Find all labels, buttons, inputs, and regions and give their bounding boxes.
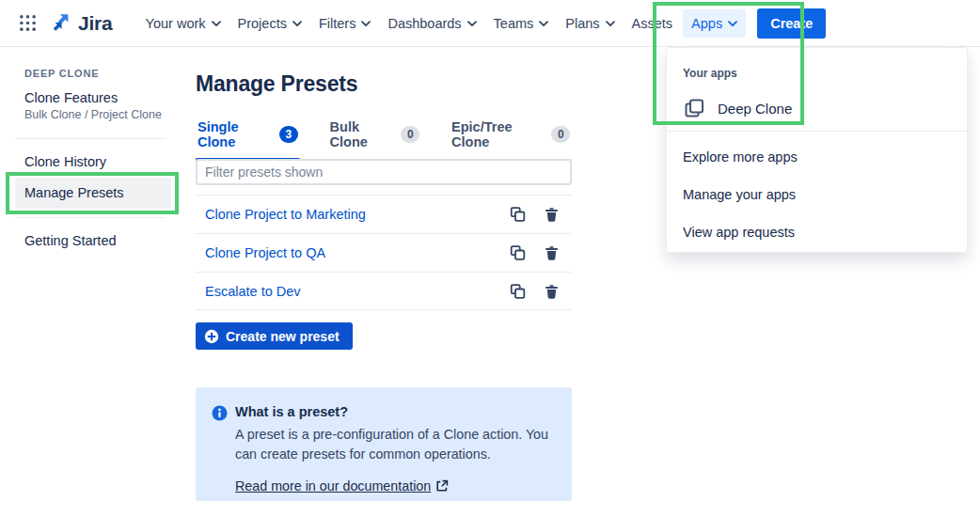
documentation-link[interactable]: Read more in our documentation (235, 478, 449, 494)
create-new-preset-button[interactable]: Create new preset (196, 322, 353, 350)
sidebar-item-label: Clone Features (24, 90, 162, 105)
filter-presets-input[interactable] (196, 159, 572, 185)
tab-count-badge: 0 (551, 126, 570, 143)
sidebar-item-getting-started[interactable]: Getting Started (24, 233, 117, 248)
nav-projects[interactable]: Projects (229, 9, 310, 38)
chevron-down-icon (292, 21, 302, 27)
preset-link-clone-project-to-marketing[interactable]: Clone Project to Marketing (205, 207, 366, 222)
apps-menu-links: Explore more apps Manage your apps View … (667, 138, 967, 251)
copy-preset-button[interactable] (507, 280, 529, 302)
menu-item-explore-more-apps[interactable]: Explore more apps (667, 138, 967, 176)
menu-item-label: Deep Clone (718, 101, 792, 117)
preset-link-clone-project-to-qa[interactable]: Clone Project to QA (205, 245, 325, 260)
preset-row: Clone Project to QA (196, 233, 572, 272)
menu-divider (667, 131, 967, 132)
nav-your-work[interactable]: Your work (137, 9, 229, 38)
grid-icon (19, 14, 37, 32)
tab-epic-tree-clone[interactable]: Epic/Tree Clone 0 (450, 118, 572, 159)
copy-icon (510, 245, 526, 261)
menu-item-deep-clone[interactable]: Deep Clone (672, 89, 962, 127)
tab-label: Single Clone (198, 119, 273, 149)
sidebar-item-clone-features[interactable]: Clone Features Bulk Clone / Project Clon… (24, 90, 162, 121)
sidebar-divider (15, 217, 166, 218)
info-panel: What is a preset? A preset is a pre-conf… (196, 387, 572, 501)
sidebar-item-clone-history[interactable]: Clone History (24, 154, 106, 169)
documentation-link-label: Read more in our documentation (235, 478, 431, 494)
delete-preset-button[interactable] (542, 281, 561, 302)
info-icon (212, 405, 228, 421)
trash-icon (545, 284, 559, 299)
tab-label: Epic/Tree Clone (451, 119, 545, 149)
clone-icon (683, 97, 705, 119)
preset-link-escalate-to-dev[interactable]: Escalate to Dev (205, 284, 301, 299)
tab-count-badge: 3 (279, 126, 298, 143)
copy-preset-button[interactable] (507, 243, 529, 264)
app-switcher-button[interactable] (15, 10, 40, 36)
chevron-down-icon (539, 21, 548, 27)
sidebar-item-sublabel: Bulk Clone / Project Clone (24, 108, 162, 121)
apps-dropdown-menu: Your apps Deep Clone Explore more apps M… (666, 47, 968, 253)
preset-list: Clone Project to Marketing Clone (196, 195, 572, 310)
sidebar: DEEP CLONE Clone Features Bulk Clone / P… (0, 47, 188, 517)
your-apps-heading: Your apps (683, 67, 737, 80)
chevron-down-icon (467, 21, 477, 27)
tab-count-badge: 0 (401, 126, 419, 143)
nav-teams[interactable]: Teams (485, 9, 558, 38)
tab-single-clone[interactable]: Single Clone 3 (196, 118, 300, 159)
sidebar-divider (15, 138, 166, 139)
plus-circle-icon (204, 329, 219, 344)
trash-icon (545, 245, 559, 260)
jira-logo-icon (50, 12, 72, 34)
page-title: Manage Presets (196, 71, 357, 97)
top-navigation: Jira Your work Projects Filters Dashboar… (0, 0, 980, 47)
preset-row: Clone Project to Marketing (196, 195, 572, 233)
menu-item-view-app-requests[interactable]: View app requests (667, 213, 967, 251)
jira-app-window: Jira Your work Projects Filters Dashboar… (0, 0, 980, 517)
jira-logo-text: Jira (78, 12, 113, 35)
info-body: A preset is a pre-configuration of a Clo… (235, 425, 566, 464)
sidebar-item-manage-presets[interactable]: Manage Presets (15, 178, 171, 209)
sidebar-section-title: DEEP CLONE (24, 68, 99, 79)
menu-item-manage-your-apps[interactable]: Manage your apps (667, 176, 967, 213)
preset-row: Escalate to Dev (196, 272, 572, 310)
delete-preset-button[interactable] (542, 243, 561, 263)
create-button[interactable]: Create (757, 8, 826, 39)
nav-filters[interactable]: Filters (310, 9, 379, 38)
nav-plans[interactable]: Plans (557, 9, 623, 38)
chevron-down-icon (606, 21, 615, 27)
chevron-down-icon (361, 21, 371, 27)
nav-assets[interactable]: Assets (624, 9, 682, 38)
delete-preset-button[interactable] (542, 204, 561, 225)
info-title: What is a preset? (235, 404, 348, 419)
chevron-down-icon (728, 21, 737, 27)
tab-bulk-clone[interactable]: Bulk Clone 0 (328, 118, 421, 159)
copy-icon (510, 283, 526, 299)
create-new-preset-label: Create new preset (226, 329, 340, 344)
primary-nav: Your work Projects Filters Dashboards Te… (137, 8, 827, 39)
preset-tabs: Single Clone 3 Bulk Clone 0 Epic/Tree Cl… (196, 118, 572, 161)
tab-label: Bulk Clone (330, 119, 394, 149)
nav-dashboards[interactable]: Dashboards (379, 9, 484, 38)
trash-icon (545, 207, 559, 222)
jira-logo[interactable]: Jira (50, 12, 113, 35)
nav-apps[interactable]: Apps (683, 9, 746, 38)
copy-icon (510, 207, 526, 223)
chevron-down-icon (212, 21, 221, 27)
external-link-icon (435, 479, 449, 493)
copy-preset-button[interactable] (507, 204, 529, 226)
